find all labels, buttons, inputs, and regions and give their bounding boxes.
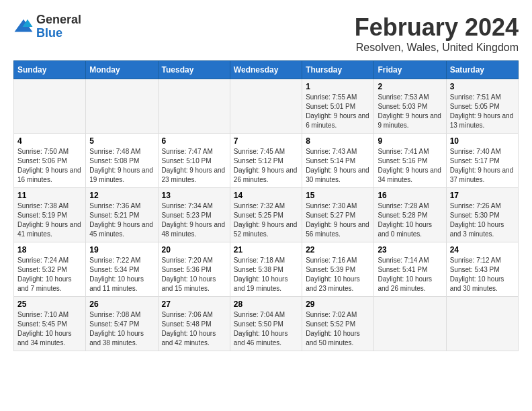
week-row-3: 11Sunrise: 7:38 AM Sunset: 5:19 PM Dayli…	[14, 188, 519, 242]
day-info: Sunrise: 7:20 AM Sunset: 5:36 PM Dayligh…	[162, 256, 226, 293]
calendar-cell: 6Sunrise: 7:47 AM Sunset: 5:10 PM Daylig…	[158, 134, 230, 188]
day-number: 28	[234, 300, 298, 309]
calendar-cell: 16Sunrise: 7:28 AM Sunset: 5:28 PM Dayli…	[374, 188, 446, 242]
calendar-cell: 11Sunrise: 7:38 AM Sunset: 5:19 PM Dayli…	[14, 188, 86, 242]
calendar-cell: 21Sunrise: 7:18 AM Sunset: 5:38 PM Dayli…	[230, 242, 302, 297]
calendar-cell: 25Sunrise: 7:10 AM Sunset: 5:45 PM Dayli…	[14, 297, 86, 351]
calendar-cell: 7Sunrise: 7:45 AM Sunset: 5:12 PM Daylig…	[230, 134, 302, 188]
logo-blue-text: Blue	[36, 27, 81, 40]
day-number: 18	[17, 245, 82, 255]
day-number: 13	[162, 191, 226, 200]
day-info: Sunrise: 7:28 AM Sunset: 5:28 PM Dayligh…	[378, 201, 442, 239]
header: General Blue February 2024 Resolven, Wal…	[13, 13, 519, 54]
week-row-5: 25Sunrise: 7:10 AM Sunset: 5:45 PM Dayli…	[14, 297, 519, 351]
day-number: 7	[234, 136, 298, 146]
day-info: Sunrise: 7:26 AM Sunset: 5:30 PM Dayligh…	[450, 201, 515, 239]
calendar-cell: 8Sunrise: 7:43 AM Sunset: 5:14 PM Daylig…	[302, 134, 374, 188]
calendar-cell: 24Sunrise: 7:12 AM Sunset: 5:43 PM Dayli…	[446, 242, 518, 297]
day-info: Sunrise: 7:12 AM Sunset: 5:43 PM Dayligh…	[450, 256, 515, 293]
day-info: Sunrise: 7:06 AM Sunset: 5:48 PM Dayligh…	[162, 310, 226, 348]
calendar-cell	[86, 79, 158, 134]
day-info: Sunrise: 7:14 AM Sunset: 5:41 PM Dayligh…	[378, 256, 442, 293]
calendar-cell: 28Sunrise: 7:04 AM Sunset: 5:50 PM Dayli…	[230, 297, 302, 351]
day-number: 14	[234, 191, 298, 200]
day-number: 19	[89, 245, 154, 255]
day-number: 26	[89, 300, 154, 309]
day-number: 4	[17, 136, 82, 146]
day-number: 6	[162, 136, 226, 146]
header-cell-thursday: Thursday	[302, 61, 374, 79]
header-cell-friday: Friday	[374, 61, 446, 79]
day-info: Sunrise: 7:50 AM Sunset: 5:06 PM Dayligh…	[17, 147, 82, 185]
calendar-cell: 2Sunrise: 7:53 AM Sunset: 5:03 PM Daylig…	[374, 79, 446, 134]
day-info: Sunrise: 7:22 AM Sunset: 5:34 PM Dayligh…	[89, 256, 154, 293]
day-number: 12	[89, 191, 154, 200]
header-row: SundayMondayTuesdayWednesdayThursdayFrid…	[14, 61, 519, 79]
day-number: 8	[306, 136, 370, 146]
day-number: 11	[17, 191, 82, 200]
logo-text: General Blue	[36, 13, 81, 40]
day-info: Sunrise: 7:43 AM Sunset: 5:14 PM Dayligh…	[306, 147, 370, 185]
day-info: Sunrise: 7:41 AM Sunset: 5:16 PM Dayligh…	[378, 147, 442, 185]
day-info: Sunrise: 7:16 AM Sunset: 5:39 PM Dayligh…	[306, 256, 370, 293]
day-number: 21	[234, 245, 298, 255]
header-cell-tuesday: Tuesday	[158, 61, 230, 79]
day-info: Sunrise: 7:04 AM Sunset: 5:50 PM Dayligh…	[234, 310, 298, 348]
calendar-cell: 12Sunrise: 7:36 AM Sunset: 5:21 PM Dayli…	[86, 188, 158, 242]
day-info: Sunrise: 7:45 AM Sunset: 5:12 PM Dayligh…	[234, 147, 298, 185]
day-number: 27	[162, 300, 226, 309]
day-number: 9	[378, 136, 442, 146]
day-info: Sunrise: 7:18 AM Sunset: 5:38 PM Dayligh…	[234, 256, 298, 293]
calendar-cell: 17Sunrise: 7:26 AM Sunset: 5:30 PM Dayli…	[446, 188, 518, 242]
day-number: 24	[450, 245, 515, 255]
calendar-table: SundayMondayTuesdayWednesdayThursdayFrid…	[13, 60, 519, 351]
day-info: Sunrise: 7:47 AM Sunset: 5:10 PM Dayligh…	[162, 147, 226, 185]
calendar-cell	[230, 79, 302, 134]
calendar-cell: 26Sunrise: 7:08 AM Sunset: 5:47 PM Dayli…	[86, 297, 158, 351]
header-cell-monday: Monday	[86, 61, 158, 79]
day-number: 10	[450, 136, 515, 146]
calendar-cell: 5Sunrise: 7:48 AM Sunset: 5:08 PM Daylig…	[86, 134, 158, 188]
day-info: Sunrise: 7:32 AM Sunset: 5:25 PM Dayligh…	[234, 201, 298, 239]
calendar-cell	[14, 79, 86, 134]
day-info: Sunrise: 7:34 AM Sunset: 5:23 PM Dayligh…	[162, 201, 226, 239]
subtitle: Resolven, Wales, United Kingdom	[355, 42, 519, 54]
day-info: Sunrise: 7:02 AM Sunset: 5:52 PM Dayligh…	[306, 310, 370, 348]
calendar-cell: 27Sunrise: 7:06 AM Sunset: 5:48 PM Dayli…	[158, 297, 230, 351]
day-number: 23	[378, 245, 442, 255]
calendar-cell: 29Sunrise: 7:02 AM Sunset: 5:52 PM Dayli…	[302, 297, 374, 351]
calendar-cell: 23Sunrise: 7:14 AM Sunset: 5:41 PM Dayli…	[374, 242, 446, 297]
logo-icon	[13, 17, 34, 37]
calendar-cell: 22Sunrise: 7:16 AM Sunset: 5:39 PM Dayli…	[302, 242, 374, 297]
calendar-cell	[158, 79, 230, 134]
calendar-cell: 14Sunrise: 7:32 AM Sunset: 5:25 PM Dayli…	[230, 188, 302, 242]
day-info: Sunrise: 7:10 AM Sunset: 5:45 PM Dayligh…	[17, 310, 82, 348]
header-cell-saturday: Saturday	[446, 61, 518, 79]
calendar-cell: 13Sunrise: 7:34 AM Sunset: 5:23 PM Dayli…	[158, 188, 230, 242]
calendar-cell	[374, 297, 446, 351]
title-section: February 2024 Resolven, Wales, United Ki…	[355, 13, 519, 54]
day-number: 2	[378, 82, 442, 91]
calendar-cell: 18Sunrise: 7:24 AM Sunset: 5:32 PM Dayli…	[14, 242, 86, 297]
header-cell-wednesday: Wednesday	[230, 61, 302, 79]
day-number: 22	[306, 245, 370, 255]
day-info: Sunrise: 7:40 AM Sunset: 5:17 PM Dayligh…	[450, 147, 515, 185]
week-row-2: 4Sunrise: 7:50 AM Sunset: 5:06 PM Daylig…	[14, 134, 519, 188]
day-number: 16	[378, 191, 442, 200]
day-info: Sunrise: 7:48 AM Sunset: 5:08 PM Dayligh…	[89, 147, 154, 185]
main-title: February 2024	[355, 13, 519, 42]
calendar-cell: 9Sunrise: 7:41 AM Sunset: 5:16 PM Daylig…	[374, 134, 446, 188]
day-number: 5	[89, 136, 154, 146]
day-number: 20	[162, 245, 226, 255]
logo-general-text: General	[36, 13, 81, 27]
day-number: 15	[306, 191, 370, 200]
calendar-cell: 4Sunrise: 7:50 AM Sunset: 5:06 PM Daylig…	[14, 134, 86, 188]
week-row-1: 1Sunrise: 7:55 AM Sunset: 5:01 PM Daylig…	[14, 79, 519, 134]
day-info: Sunrise: 7:08 AM Sunset: 5:47 PM Dayligh…	[89, 310, 154, 348]
day-info: Sunrise: 7:51 AM Sunset: 5:05 PM Dayligh…	[450, 93, 515, 130]
week-row-4: 18Sunrise: 7:24 AM Sunset: 5:32 PM Dayli…	[14, 242, 519, 297]
day-info: Sunrise: 7:55 AM Sunset: 5:01 PM Dayligh…	[306, 93, 370, 130]
calendar-cell: 15Sunrise: 7:30 AM Sunset: 5:27 PM Dayli…	[302, 188, 374, 242]
day-info: Sunrise: 7:24 AM Sunset: 5:32 PM Dayligh…	[17, 256, 82, 293]
day-number: 17	[450, 191, 515, 200]
